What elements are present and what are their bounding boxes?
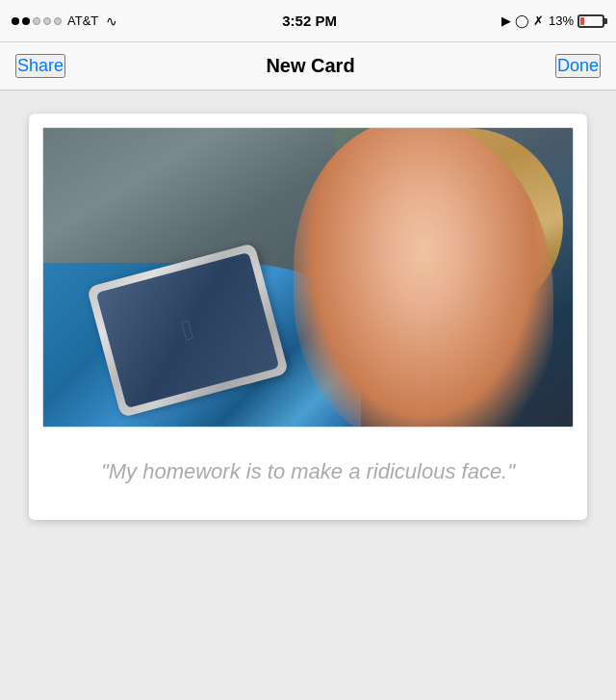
main-content:  "My homework is to make a ridiculous f… — [0, 91, 616, 700]
alarm-icon: ◯ — [515, 13, 529, 28]
status-right: ▶ ◯ ✗ 13% — [501, 13, 604, 28]
signal-dot-1 — [12, 17, 19, 25]
card-image:  — [43, 128, 573, 427]
signal-dot-4 — [43, 17, 51, 25]
battery-container: 13% — [549, 13, 604, 28]
status-bar: AT&T ∿ 3:52 PM ▶ ◯ ✗ 13% — [0, 0, 616, 42]
card-caption: "My homework is to make a ridiculous fac… — [42, 428, 574, 506]
nav-bar: Share New Card Done — [0, 42, 616, 91]
wifi-icon: ∿ — [106, 13, 117, 29]
location-icon: ▶ — [501, 13, 511, 28]
battery-percent: 13% — [549, 13, 574, 28]
caption-text: "My homework is to make a ridiculous fac… — [101, 459, 515, 483]
status-time: 3:52 PM — [282, 13, 337, 29]
signal-dots — [12, 17, 62, 25]
done-button[interactable]: Done — [555, 54, 601, 78]
status-icons: ▶ ◯ ✗ — [501, 13, 544, 28]
page-title: New Card — [266, 55, 354, 77]
bluetooth-icon: ✗ — [533, 13, 544, 28]
share-button[interactable]: Share — [15, 54, 65, 78]
carrier-name: AT&T — [67, 13, 98, 28]
signal-dot-3 — [33, 17, 40, 25]
card-image-wrapper:  — [42, 127, 574, 428]
battery-fill — [580, 17, 584, 25]
card:  "My homework is to make a ridiculous f… — [29, 114, 587, 520]
status-left: AT&T ∿ — [12, 13, 117, 29]
battery-icon — [578, 14, 604, 28]
signal-dot-5 — [54, 17, 62, 25]
signal-dot-2 — [22, 17, 30, 25]
